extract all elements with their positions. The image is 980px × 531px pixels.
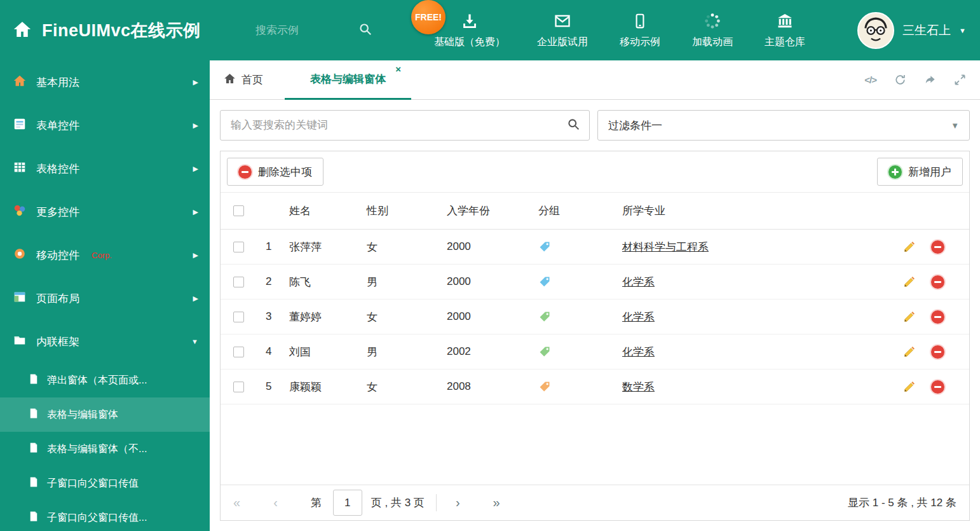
last-page-icon[interactable]: » (493, 495, 500, 510)
header-name[interactable]: 姓名 (287, 203, 364, 218)
keyword-search-input[interactable] (229, 118, 567, 132)
user-name: 三生石上 (902, 22, 951, 39)
sidebar-item-basic-usage[interactable]: 基本用法 ▶ (0, 60, 210, 104)
row-checkbox[interactable] (233, 382, 244, 392)
cell-name: 康颖颖 (287, 380, 364, 394)
edit-pencil-icon[interactable] (903, 275, 916, 288)
shapes-icon (13, 203, 27, 221)
add-user-button[interactable]: 新增用户 (877, 158, 963, 186)
menu-item-label: 移动示例 (620, 36, 660, 49)
share-icon[interactable] (924, 74, 936, 86)
edit-pencil-icon[interactable] (903, 380, 916, 393)
tab-grid-edit-window[interactable]: 表格与编辑窗体 × (285, 60, 411, 100)
file-icon (28, 373, 39, 388)
expand-icon[interactable] (954, 74, 966, 86)
header-major[interactable]: 所学专业 (620, 203, 899, 218)
first-page-icon[interactable]: « (233, 495, 240, 510)
delete-row-icon[interactable] (931, 240, 944, 254)
menu-item-label: 基础版（免费） (434, 36, 505, 49)
edit-pencil-icon[interactable] (903, 345, 916, 358)
cell-year: 2002 (444, 345, 536, 358)
search-icon[interactable] (567, 118, 580, 134)
edit-pencil-icon[interactable] (903, 310, 916, 323)
chevron-right-icon: ▶ (193, 78, 198, 86)
row-checkbox[interactable] (233, 277, 244, 287)
delete-selected-label: 删除选中项 (258, 165, 312, 179)
bank-icon (776, 12, 794, 30)
major-link[interactable]: 化学系 (622, 311, 655, 323)
sidebar-item-label: 表格控件 (36, 162, 79, 176)
row-checkbox[interactable] (233, 312, 244, 322)
sidebar-item-more-controls[interactable]: 更多控件 ▶ (0, 190, 210, 233)
filter-dropdown[interactable]: 过滤条件一 ▼ (597, 110, 970, 141)
envelope-icon (554, 12, 571, 30)
house-icon (13, 74, 27, 91)
menu-item-theme-repo[interactable]: 主题仓库 (765, 0, 805, 60)
avatar (857, 12, 894, 49)
filter-dropdown-value: 过滤条件一 (608, 118, 662, 133)
table-row[interactable]: 2 陈飞 男 2000 化学系 (221, 265, 969, 300)
major-link[interactable]: 化学系 (622, 276, 655, 288)
delete-row-icon[interactable] (931, 310, 944, 324)
header-group[interactable]: 分组 (536, 203, 620, 218)
home-icon (13, 20, 32, 41)
caret-down-icon: ▼ (959, 27, 966, 34)
sidebar-item-label: 移动控件 (36, 248, 79, 263)
content-area: 过滤条件一 ▼ 删除选中项 新增用户 (210, 100, 980, 531)
top-header: FineUIMvc在线示例 FREE! 基础版（免费） 企业版试用 (0, 0, 980, 60)
tab-home-label: 首页 (242, 72, 263, 87)
sidebar-item-inline-frame[interactable]: 内联框架 ▼ (0, 320, 210, 363)
sidebar-item-grid-controls[interactable]: 表格控件 ▶ (0, 147, 210, 190)
tag-icon (536, 345, 620, 358)
sidebar-item-form-controls[interactable]: 表单控件 ▶ (0, 104, 210, 147)
major-link[interactable]: 材料科学与工程系 (622, 241, 709, 253)
code-icon[interactable]: </> (864, 74, 876, 85)
file-icon (28, 441, 39, 457)
row-checkbox[interactable] (233, 242, 244, 252)
row-checkbox[interactable] (233, 347, 244, 357)
tab-home[interactable]: 首页 (224, 72, 263, 88)
sidebar-subitem-popup-window[interactable]: 弹出窗体（本页面或... (0, 363, 210, 397)
header-gender[interactable]: 性别 (364, 203, 444, 218)
menu-item-mobile-demo[interactable]: 移动示例 (620, 0, 660, 60)
delete-selected-button[interactable]: 删除选中项 (227, 158, 323, 186)
header-search-input[interactable] (254, 24, 350, 38)
form-icon (13, 117, 27, 134)
menu-item-basic-edition[interactable]: FREE! 基础版（免费） (434, 0, 505, 60)
edit-pencil-icon[interactable] (903, 240, 916, 253)
delete-row-icon[interactable] (931, 345, 944, 359)
close-icon[interactable]: × (395, 64, 401, 74)
major-link[interactable]: 数学系 (622, 381, 655, 393)
table-row[interactable]: 5 康颖颖 女 2008 数学系 (221, 369, 969, 404)
user-menu[interactable]: 三生石上 ▼ (857, 12, 966, 49)
prev-page-icon[interactable]: ‹ (273, 495, 278, 510)
sidebar-subitem-grid-edit-window-2[interactable]: 表格与编辑窗体（不... (0, 432, 210, 466)
table-row[interactable]: 1 张萍萍 女 2000 材料科学与工程系 (221, 230, 969, 265)
cell-gender: 男 (364, 345, 444, 359)
header-year[interactable]: 入学年份 (444, 203, 536, 218)
tab-active-label: 表格与编辑窗体 (310, 72, 386, 86)
sidebar-subitem-child-to-parent-2[interactable]: 子窗口向父窗口传值... (0, 500, 210, 531)
sidebar-item-mobile-controls[interactable]: 移动控件Corp. ▶ (0, 233, 210, 277)
menu-item-loading-animation[interactable]: 加载动画 (692, 0, 733, 60)
refresh-icon[interactable] (894, 74, 906, 86)
row-index: 3 (256, 310, 287, 323)
next-page-icon[interactable]: › (456, 495, 460, 510)
row-index: 2 (256, 275, 287, 288)
major-link[interactable]: 化学系 (622, 346, 655, 358)
select-all-checkbox[interactable] (233, 205, 244, 216)
delete-row-icon[interactable] (931, 275, 944, 289)
delete-row-icon[interactable] (931, 380, 944, 394)
table-row[interactable]: 4 刘国 男 2002 化学系 (221, 334, 969, 369)
search-icon[interactable] (358, 22, 372, 39)
brand[interactable]: FineUIMvc在线示例 (0, 19, 254, 42)
table-row[interactable]: 3 董婷婷 女 2000 化学系 (221, 300, 969, 334)
cell-name: 刘国 (287, 345, 364, 359)
page-number-input[interactable] (333, 490, 362, 516)
menu-item-enterprise-trial[interactable]: 企业版试用 (537, 0, 588, 60)
table-icon (13, 160, 27, 177)
sidebar-subitem-child-to-parent[interactable]: 子窗口向父窗口传值 (0, 466, 210, 500)
cell-year: 2000 (444, 240, 536, 253)
sidebar-item-page-layout[interactable]: 页面布局 ▶ (0, 277, 210, 320)
sidebar-subitem-grid-edit-window[interactable]: 表格与编辑窗体 (0, 397, 210, 432)
